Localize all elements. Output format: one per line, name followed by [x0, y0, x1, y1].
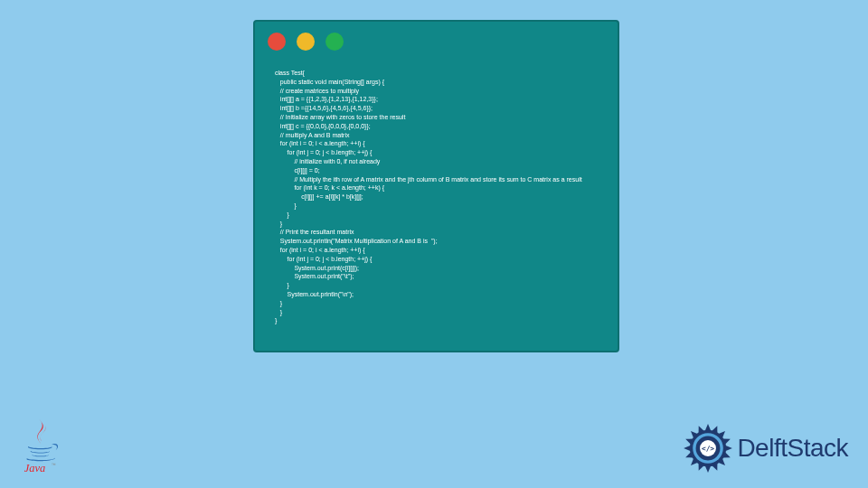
delftstack-label: DelftStack [737, 434, 848, 463]
delftstack-logo: </> DelftStack [683, 423, 848, 474]
window-zoom-icon [326, 33, 344, 51]
svg-text:Java: Java [24, 463, 46, 475]
code-window: class Test{ public static void main(Stri… [253, 20, 619, 352]
window-close-icon [268, 33, 286, 51]
java-logo-icon: Java ™ [18, 415, 63, 475]
svg-text:™: ™ [52, 462, 56, 467]
traffic-lights [268, 33, 344, 51]
code-block: class Test{ public static void main(Stri… [275, 69, 598, 336]
delftstack-badge-icon: </> [683, 423, 733, 474]
svg-text:</>: </> [702, 445, 714, 453]
window-minimize-icon [297, 33, 315, 51]
